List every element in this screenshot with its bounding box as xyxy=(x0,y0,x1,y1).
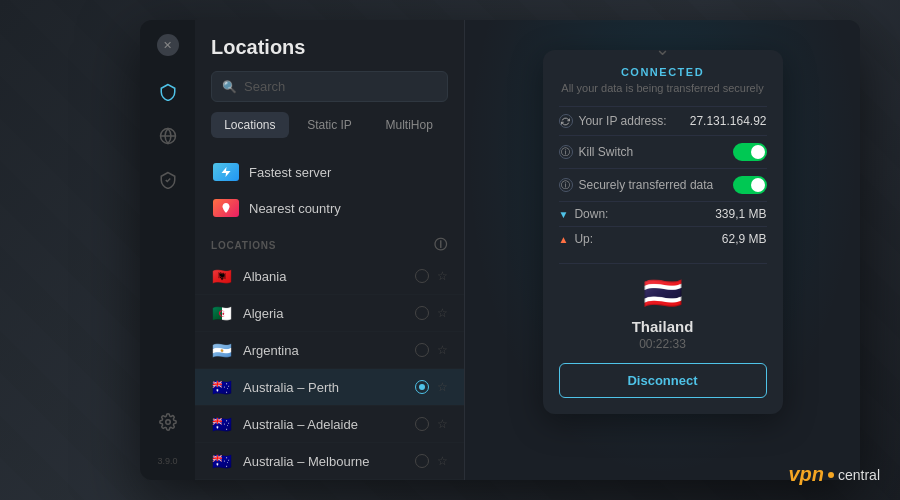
locations-section-header: LOCATIONS ⓘ xyxy=(195,230,464,258)
down-label: Down: xyxy=(574,207,608,221)
flag-melbourne: 🇦🇺 xyxy=(211,453,233,469)
watermark-central: central xyxy=(838,467,880,483)
svg-marker-3 xyxy=(222,167,231,177)
radio-melbourne[interactable] xyxy=(415,454,429,468)
kill-switch-icon: ⓘ xyxy=(559,145,573,159)
flag-algeria: 🇩🇿 xyxy=(211,305,233,321)
card-arrow: ⌄ xyxy=(655,38,670,60)
flag-adelaide: 🇦🇺 xyxy=(211,416,233,432)
sidebar-icon-shield[interactable] xyxy=(150,74,186,110)
radio-argentina[interactable] xyxy=(415,343,429,357)
connected-status: CONNECTED xyxy=(559,66,767,78)
sidebar-icon-settings[interactable] xyxy=(150,404,186,440)
tab-static-ip[interactable]: Static IP xyxy=(291,112,369,138)
secure-transfer-label: Securely transferred data xyxy=(579,178,714,192)
up-label: Up: xyxy=(574,232,593,246)
location-algeria[interactable]: 🇩🇿 Algeria ☆ xyxy=(195,295,464,332)
sidebar-icon-globe[interactable] xyxy=(150,118,186,154)
star-perth[interactable]: ☆ xyxy=(437,380,448,394)
connected-subtitle: All your data is being transferred secur… xyxy=(559,82,767,94)
down-arrow-icon: ▼ xyxy=(559,209,569,220)
flag-albania: 🇦🇱 xyxy=(211,268,233,284)
panel-header: Locations 🔍 Search Locations Static IP M… xyxy=(195,20,464,150)
app-version: 3.9.0 xyxy=(157,456,177,466)
location-perth[interactable]: 🇦🇺 Australia – Perth ☆ xyxy=(195,369,464,406)
locations-info-icon[interactable]: ⓘ xyxy=(434,236,448,254)
connected-card: ⌄ CONNECTED All your data is being trans… xyxy=(543,50,783,414)
close-button[interactable]: ✕ xyxy=(157,34,179,56)
fastest-icon xyxy=(213,163,239,181)
country-name: Thailand xyxy=(559,318,767,335)
quick-options: Fastest server Nearest country xyxy=(195,150,464,230)
star-algeria[interactable]: ☆ xyxy=(437,306,448,320)
search-box[interactable]: 🔍 Search xyxy=(211,71,448,102)
app-window: ✕ xyxy=(140,20,860,480)
ip-label: Your IP address: xyxy=(579,114,667,128)
flag-argentina: 🇦🇷 xyxy=(211,342,233,358)
fastest-server-option[interactable]: Fastest server xyxy=(205,154,454,190)
down-value: 339,1 MB xyxy=(715,207,766,221)
star-adelaide[interactable]: ☆ xyxy=(437,417,448,431)
nearest-country-label: Nearest country xyxy=(249,201,341,216)
up-value: 62,9 MB xyxy=(722,232,767,246)
radio-perth[interactable] xyxy=(415,380,429,394)
flag-perth: 🇦🇺 xyxy=(211,379,233,395)
left-panel: Locations 🔍 Search Locations Static IP M… xyxy=(195,20,465,480)
location-adelaide[interactable]: 🇦🇺 Australia – Adelaide ☆ xyxy=(195,406,464,443)
connection-time: 00:22:33 xyxy=(559,337,767,351)
ip-row: Your IP address: 27.131.164.92 xyxy=(559,106,767,135)
ip-icon xyxy=(559,114,573,128)
sidebar: ✕ xyxy=(140,20,195,480)
ip-value: 27.131.164.92 xyxy=(690,114,767,128)
radio-adelaide[interactable] xyxy=(415,417,429,431)
watermark: vpn central xyxy=(788,463,880,486)
up-row: ▲ Up: 62,9 MB xyxy=(559,226,767,251)
kill-switch-toggle[interactable] xyxy=(733,143,767,161)
svg-point-2 xyxy=(165,420,170,425)
location-name-adelaide: Australia – Adelaide xyxy=(243,417,405,432)
tab-multihop[interactable]: MultiHop xyxy=(370,112,448,138)
watermark-vpn: vpn xyxy=(788,463,824,486)
kill-switch-label: Kill Switch xyxy=(579,145,634,159)
up-arrow-icon: ▲ xyxy=(559,234,569,245)
country-flag: 🇹🇭 xyxy=(559,274,767,312)
locations-section: LOCATIONS ⓘ 🇦🇱 Albania ☆ 🇩🇿 Algeria xyxy=(195,230,464,480)
tabs: Locations Static IP MultiHop xyxy=(211,112,448,138)
star-melbourne[interactable]: ☆ xyxy=(437,454,448,468)
location-albania[interactable]: 🇦🇱 Albania ☆ xyxy=(195,258,464,295)
radio-algeria[interactable] xyxy=(415,306,429,320)
right-panel: ⌄ CONNECTED All your data is being trans… xyxy=(465,20,860,480)
sidebar-icon-shield-check[interactable] xyxy=(150,162,186,198)
search-icon: 🔍 xyxy=(222,80,237,94)
fastest-server-label: Fastest server xyxy=(249,165,331,180)
location-name-algeria: Algeria xyxy=(243,306,405,321)
down-row: ▼ Down: 339,1 MB xyxy=(559,201,767,226)
location-name-albania: Albania xyxy=(243,269,405,284)
kill-switch-row: ⓘ Kill Switch xyxy=(559,135,767,168)
star-argentina[interactable]: ☆ xyxy=(437,343,448,357)
location-name-perth: Australia – Perth xyxy=(243,380,405,395)
radio-albania[interactable] xyxy=(415,269,429,283)
tab-locations[interactable]: Locations xyxy=(211,112,289,138)
location-name-argentina: Argentina xyxy=(243,343,405,358)
panel-title: Locations xyxy=(211,36,448,59)
star-albania[interactable]: ☆ xyxy=(437,269,448,283)
watermark-dot xyxy=(828,472,834,478)
disconnect-button[interactable]: Disconnect xyxy=(559,363,767,398)
country-display: 🇹🇭 Thailand 00:22:33 xyxy=(559,263,767,351)
search-placeholder: Search xyxy=(244,79,285,94)
secure-transfer-toggle[interactable] xyxy=(733,176,767,194)
secure-transfer-row: ⓘ Securely transferred data xyxy=(559,168,767,201)
location-melbourne[interactable]: 🇦🇺 Australia – Melbourne ☆ xyxy=(195,443,464,480)
nearest-country-option[interactable]: Nearest country xyxy=(205,190,454,226)
secure-transfer-icon: ⓘ xyxy=(559,178,573,192)
location-argentina[interactable]: 🇦🇷 Argentina ☆ xyxy=(195,332,464,369)
nearest-icon xyxy=(213,199,239,217)
location-name-melbourne: Australia – Melbourne xyxy=(243,454,405,469)
